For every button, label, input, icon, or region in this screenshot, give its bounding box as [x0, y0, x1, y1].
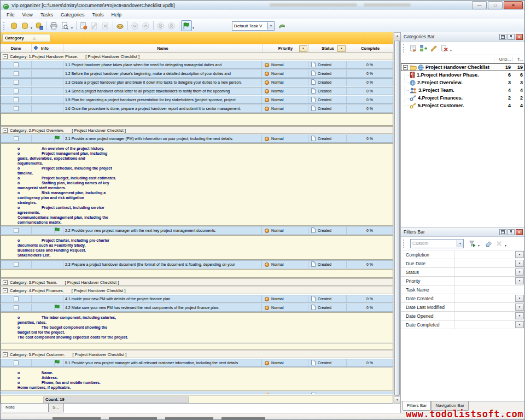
menu-help[interactable]: Help — [107, 11, 125, 19]
menu-file[interactable]: File — [3, 11, 19, 19]
view-tab-note[interactable]: Note — [2, 404, 49, 412]
done-checkbox[interactable] — [14, 262, 19, 267]
delete-category-icon[interactable] — [439, 43, 450, 53]
move-down-icon[interactable] — [130, 20, 141, 31]
category-tree-item[interactable]: 3.Project Team.44 — [401, 86, 524, 94]
status-filter-dropdown[interactable]: ▼ — [337, 45, 346, 52]
column-header-done[interactable]: Done — [1, 44, 32, 52]
column-header-name[interactable]: Name — [63, 44, 262, 52]
new-checklist-icon[interactable] — [408, 43, 418, 53]
menu-tasks[interactable]: Tasks — [37, 11, 57, 19]
done-checkbox[interactable] — [14, 296, 19, 301]
task-row[interactable]: 4.2 Make sure your new PM has reviewed t… — [1, 304, 393, 312]
new-task-icon[interactable] — [78, 20, 89, 31]
category-tree-item[interactable]: −Project Handover Checklist1919 — [401, 63, 524, 71]
move-up-icon[interactable] — [141, 20, 151, 31]
filter-dropdown-arrow[interactable]: ▼ — [515, 295, 524, 302]
category-group-row[interactable]: −Category: 2.Project Overview.[ Project … — [1, 126, 393, 134]
panel-float-icon[interactable] — [499, 229, 506, 235]
done-checkbox[interactable] — [14, 62, 19, 67]
category-tree-item[interactable]: 1.Project Handover Phase.66 — [401, 71, 524, 79]
done-checkbox[interactable] — [14, 360, 19, 365]
menu-categories[interactable]: Categories — [57, 11, 89, 19]
open-database-icon[interactable] — [19, 20, 30, 31]
print-icon[interactable] — [49, 20, 60, 31]
task-row[interactable]: 2.1 Provide a new project manager (PM) w… — [1, 135, 393, 143]
scrollbar-thumb[interactable] — [394, 40, 400, 396]
done-checkbox[interactable] — [14, 106, 19, 111]
column-header-undone[interactable]: UnD... — [494, 57, 512, 62]
close-button[interactable]: × — [504, 1, 523, 9]
filter-dropdown-arrow[interactable]: ▼ — [515, 269, 524, 276]
task-row[interactable]: 5.1 Provide your new project manager wit… — [1, 359, 393, 367]
done-checkbox[interactable] — [14, 305, 19, 310]
view-tab-s[interactable]: S... — [49, 404, 64, 412]
open-database-dropdown[interactable]: ▼ — [30, 26, 33, 30]
done-checkbox[interactable] — [14, 136, 19, 141]
task-row[interactable]: 1.5 Plan for organizing a project handov… — [1, 96, 393, 104]
apply-view-icon[interactable] — [277, 20, 288, 31]
column-header-priority[interactable]: Priority▼ — [262, 44, 309, 52]
categories-toolbar-dropdown[interactable]: ▼ — [450, 49, 452, 52]
expander-icon[interactable]: + — [3, 280, 8, 285]
expander-icon[interactable]: − — [3, 352, 8, 357]
task-view-dropdown[interactable]: ▼ — [192, 26, 195, 30]
priority-filter-dropdown[interactable]: ▼ — [299, 45, 307, 52]
expander-icon[interactable]: − — [403, 65, 408, 70]
expander-icon[interactable]: − — [3, 288, 8, 293]
column-header-status[interactable]: Status▼ — [309, 44, 347, 52]
edit-task-icon[interactable] — [89, 20, 100, 31]
task-row[interactable]: 4.1 rovide your new PM with details of t… — [1, 295, 393, 303]
panel-float-icon[interactable] — [499, 34, 506, 40]
delete-filter-icon[interactable] — [494, 238, 504, 248]
panel-pin-icon[interactable] — [508, 34, 515, 40]
vertical-scrollbar[interactable]: ▲ ▼ — [393, 32, 400, 404]
complete-task-icon[interactable] — [115, 20, 126, 31]
menu-tools[interactable]: Tools — [88, 11, 107, 19]
save-database-icon[interactable] — [34, 20, 45, 31]
category-group-row[interactable]: +Category: 3.Project Team.[ Project Hand… — [1, 278, 393, 286]
panel-pin-icon[interactable] — [508, 229, 515, 235]
category-group-row[interactable]: −Category: 4.Project Finances.[ Project … — [1, 287, 393, 294]
category-group-row[interactable]: −Category: 1.Project Handover Phase.[ Pr… — [1, 52, 393, 60]
minimize-button[interactable]: — — [472, 1, 487, 9]
category-group-row[interactable]: −Category: 5.Project Customer.[ Project … — [1, 351, 393, 358]
done-checkbox[interactable] — [14, 71, 19, 76]
print-preview-icon[interactable] — [60, 20, 71, 31]
expander-icon[interactable]: − — [3, 54, 8, 59]
apply-filter-dropdown[interactable]: ▼ — [477, 244, 480, 247]
done-checkbox[interactable] — [14, 97, 19, 102]
category-tree-item[interactable]: 4.Project Finances.22 — [401, 94, 524, 102]
filter-dropdown-arrow[interactable]: ▼ — [515, 312, 524, 319]
task-row[interactable]: 1.3 Create a project handover plan and b… — [1, 78, 393, 86]
column-header-complete[interactable]: Complete — [347, 44, 393, 52]
task-row[interactable]: 1.1 Project handover phase takes place w… — [1, 61, 393, 69]
print-preview-dropdown[interactable]: ▼ — [71, 26, 73, 30]
category-tree-item[interactable]: 5.Project Customer.44 — [401, 102, 524, 109]
expander-icon[interactable]: − — [3, 128, 8, 133]
done-checkbox[interactable] — [14, 89, 19, 94]
task-row[interactable]: 1.6 Once the procedure is done, prepare … — [1, 104, 393, 113]
done-checkbox[interactable] — [14, 228, 19, 233]
column-header-total[interactable]: T... — [512, 57, 524, 62]
move-to-bottom-icon[interactable] — [155, 20, 166, 31]
filter-preset-combobox[interactable]: Custom ▼ — [410, 239, 464, 248]
column-header-info[interactable]: Info — [32, 44, 63, 52]
category-tree-item[interactable]: 2.Project Overview.33 — [401, 79, 524, 86]
filters-toolbar-dropdown[interactable]: ▼ — [504, 244, 507, 247]
task-row[interactable]: 2.2 Provide your new project manager wit… — [1, 226, 393, 235]
filter-dropdown-arrow[interactable]: ▼ — [515, 260, 524, 267]
panel-close-icon[interactable]: × — [516, 34, 523, 40]
task-row[interactable]: 1.2 Before the project handover phase's … — [1, 69, 393, 78]
clear-filter-icon[interactable] — [483, 238, 494, 248]
new-category-icon[interactable] — [418, 43, 429, 53]
task-row[interactable]: 2.3 Prepare a project handover document … — [1, 260, 393, 269]
maximize-button[interactable]: □ — [488, 1, 503, 9]
task-view-combobox[interactable]: Default Task V ▼ — [232, 21, 275, 31]
task-view-combo-arrow[interactable]: ▼ — [267, 22, 274, 30]
default-task-view-flag-icon[interactable] — [181, 20, 192, 31]
task-row[interactable]: 1.4 Send a project handover email letter… — [1, 87, 393, 95]
filter-dropdown-arrow[interactable]: ▼ — [515, 277, 524, 284]
filter-dropdown-arrow[interactable]: ▼ — [515, 304, 524, 311]
apply-filter-icon[interactable] — [467, 238, 477, 248]
